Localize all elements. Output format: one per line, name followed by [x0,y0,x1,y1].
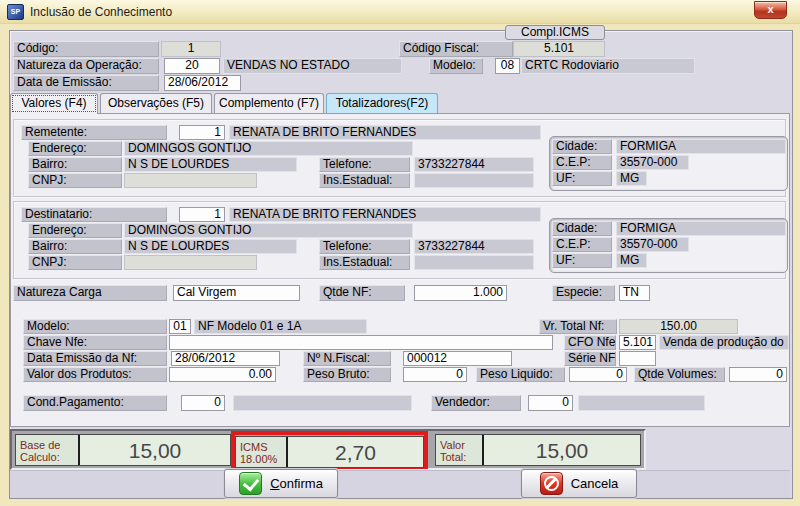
remetente-bairro-field: N S DE LOURDES [124,157,297,172]
remetente-uf-label: UF: [552,171,612,186]
button-bar [10,470,790,498]
destinatario-cep-label: C.E.P: [552,237,612,252]
destinatario-ins-estadual-field [414,255,534,270]
natureza-operacao-desc-field: VENDAS NO ESTADO [223,58,402,74]
cfo-nfe-desc-field: Venda de produção do [659,335,789,350]
cancela-button[interactable]: Cancela [521,469,637,498]
vendedor-label: Vendedor: [431,395,521,411]
compl-icms-button[interactable]: Compl.ICMS [505,25,605,40]
destinatario-uf-label: UF: [552,253,612,268]
cond-pagamento-field[interactable]: 0 [181,395,225,411]
icms-cell: ICMS18.00% 2,70 [235,436,424,468]
qtde-volumes-field[interactable]: 0 [729,367,787,382]
peso-liquido-label: Peso Liquido: [476,367,565,382]
icms-label: ICMS18.00% [236,437,288,467]
destinatario-telefone-label: Telefone: [319,239,410,254]
destinatario-cidade-label: Cidade: [552,221,612,236]
destinatario-ins-estadual-label: Ins.Estadual: [319,255,410,270]
destinatario-label: Destinatario: [21,207,167,222]
codigo-fiscal-field: 5.101 [513,41,605,57]
data-emissao-field[interactable]: 28/06/2012 [164,75,241,91]
data-emissao-nf-field[interactable]: 28/06/2012 [171,351,280,366]
qtde-volumes-label: Qtde Volumes: [634,367,725,382]
remetente-code-field[interactable]: 1 [179,125,225,140]
qtde-nf-field[interactable]: 1.000 [414,285,507,301]
especie-field[interactable]: TN [619,285,650,301]
modelo-nf-label: Modelo: [23,319,167,334]
totals-band: Base deCalculo: 15,00 ICMS18.00% 2,70 Va… [10,429,646,470]
vendedor-desc-field [578,395,705,411]
cfo-nfe-label: CFO Nfe: [564,335,616,350]
serie-nf-label: Série NF: [564,351,616,366]
form-panel: Código: 1 Código Fiscal: 5.101 Natureza … [9,30,793,499]
num-fiscal-field[interactable]: 000012 [403,351,512,366]
remetente-ins-estadual-label: Ins.Estadual: [319,173,410,188]
codigo-fiscal-label: Código Fiscal: [399,41,513,57]
vr-total-nf-label: Vr. Total Nf: [539,319,617,334]
remetente-endereco-label: Endereço: [28,141,122,156]
data-emissao-label: Data de Emissão: [13,75,159,91]
confirma-button-label: Confirma [270,476,323,491]
base-calculo-value: 15,00 [80,435,230,465]
remetente-cnpj-field [124,173,257,188]
destinatario-code-field[interactable]: 1 [179,207,225,222]
remetente-label: Remetente: [21,125,167,140]
remetente-telefone-field: 3733227844 [414,157,534,172]
confirma-button[interactable]: Confirma [224,469,338,498]
window-title: Inclusão de Conhecimento [30,5,172,19]
tab-observacoes[interactable]: Observações (F5) [100,93,212,113]
destinatario-cnpj-label: CNPJ: [28,255,122,270]
remetente-cnpj-label: CNPJ: [28,173,122,188]
serie-nf-field[interactable] [619,351,656,366]
base-calculo-cell: Base deCalculo: 15,00 [15,434,231,466]
icms-value: 2,70 [288,437,423,467]
destinatario-cep-field: 35570-000 [616,237,689,252]
chave-nfe-field[interactable] [169,335,553,350]
destinatario-bairro-field: N S DE LOURDES [124,239,297,254]
remetente-name-field: RENATA DE BRITO FERNANDES [229,125,541,140]
close-icon[interactable]: x [754,1,787,19]
peso-liquido-field[interactable]: 0 [569,367,627,382]
tab-complemento[interactable]: Complemento (F7) [214,93,324,113]
cancela-button-label: Cancela [571,476,619,491]
remetente-cep-field: 35570-000 [616,155,689,170]
cfo-nfe-code-field[interactable]: 5.101 [619,335,656,350]
remetente-cidade-field: FORMIGA [616,139,786,154]
modelo-header-label: Modelo: [429,58,483,74]
destinatario-bairro-label: Bairro: [28,239,122,254]
natureza-operacao-label: Natureza da Operação: [13,58,159,74]
tab-valores[interactable]: Valores (F4) [10,93,98,114]
destinatario-endereco-label: Endereço: [28,223,122,238]
modelo-header-code-field[interactable]: 08 [495,58,520,74]
remetente-uf-field: MG [616,171,647,186]
check-icon [239,472,262,495]
remetente-bairro-label: Bairro: [28,157,122,172]
tab-totalizadores[interactable]: Totalizadores(F2) [326,93,438,113]
app-icon: SP [7,4,24,20]
codigo-label: Código: [13,41,159,57]
remetente-cep-label: C.E.P: [552,155,612,170]
valor-produtos-field[interactable]: 0.00 [169,367,276,382]
destinatario-cidade-field: FORMIGA [616,221,786,236]
modelo-nf-code-field[interactable]: 01 [169,319,191,334]
num-fiscal-label: Nº N.Fiscal: [303,351,391,366]
icms-highlight-border: ICMS18.00% 2,70 [231,431,428,469]
vendedor-field[interactable]: 0 [528,395,573,411]
codigo-field: 1 [161,41,221,57]
modelo-header-desc-field: CRTC Rodoviario [521,58,695,74]
cancel-icon [540,472,563,495]
peso-bruto-field[interactable]: 0 [403,367,467,382]
valor-total-label: ValorTotal: [436,435,484,465]
valor-produtos-label: Valor dos Produtos: [23,367,167,382]
qtde-nf-label: Qtde NF: [319,285,405,301]
titlebar: SP Inclusão de Conhecimento [0,0,800,24]
vr-total-nf-field: 150.00 [619,319,738,334]
natureza-carga-label: Natureza Carga [13,285,167,301]
natureza-operacao-code-field[interactable]: 20 [164,58,220,74]
natureza-carga-field[interactable]: Cal Virgem [173,285,300,301]
cond-pagamento-label: Cond.Pagamento: [23,395,167,411]
data-emissao-nf-label: Data Emissão da Nf: [23,351,167,366]
destinatario-name-field: RENATA DE BRITO FERNANDES [229,207,541,222]
remetente-cidade-label: Cidade: [552,139,612,154]
destinatario-uf-field: MG [616,253,647,268]
